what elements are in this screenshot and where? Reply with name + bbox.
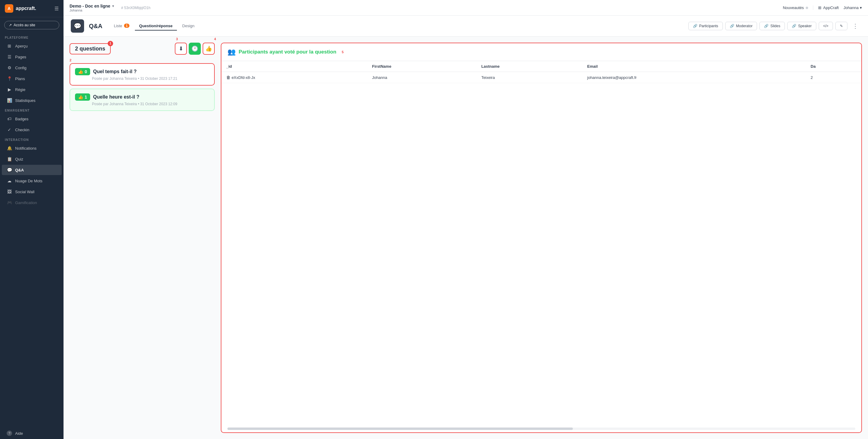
download-icon: ⬇: [179, 45, 183, 52]
topbar-subtitle: Johanna: [69, 8, 114, 12]
left-column: 2 questions 1 3 4 ⬇ 🕐 👍: [69, 43, 215, 433]
col-header-firstname: FirstName: [367, 61, 476, 72]
speaker-button[interactable]: 🔗 Speaker: [787, 22, 816, 30]
sidebar-item-gamification: 🎮 Gamification: [2, 197, 62, 208]
data-table: _id FirstName Lastname Email Da 🗑: [221, 61, 861, 83]
edit-button[interactable]: ✎: [835, 22, 847, 30]
sidebar-item-qna[interactable]: 💬 Q&A: [2, 165, 62, 175]
sidebar-item-checkin[interactable]: ✓ Checkin: [2, 125, 62, 135]
menu-toggle-icon[interactable]: ☰: [55, 6, 59, 11]
speaker-link-icon: 🔗: [792, 24, 796, 28]
topbar: Demo - Doc en ligne ▾ Johanna # 53nX0Mbj…: [63, 0, 868, 16]
qna-icon: 💬: [7, 167, 12, 173]
sidebar-item-quiz[interactable]: 📋 Quiz: [2, 154, 62, 164]
clock-icon: 🕐: [191, 45, 198, 52]
cell-delete: 🗑 eXxDfd-x8-Jx: [221, 72, 367, 83]
pages-icon: ☰: [7, 55, 12, 59]
nouveautes-dot: [806, 7, 808, 9]
apercu-icon: ⊞: [7, 43, 12, 49]
sidebar-item-plans[interactable]: 📍 Plans: [2, 73, 62, 84]
question-2-top: 👍 1 Quelle heure est-il ?: [75, 93, 209, 101]
thumbsup-btn[interactable]: 👍: [203, 43, 215, 55]
widget-tabs: Liste 1 Question/réponse Design: [110, 22, 199, 31]
question-1-top: 👍 0 Quel temps fait-il ?: [75, 68, 209, 75]
moderator-button[interactable]: 🔗 Moderator: [725, 22, 757, 30]
annotation-5-label: 5: [342, 50, 344, 54]
slides-button[interactable]: 🔗 Slides: [760, 22, 785, 30]
section-emargement-label: EMARGEMENT: [0, 106, 63, 114]
thumbsup-q1-icon: 👍: [78, 69, 83, 74]
col-header-date: Da: [806, 61, 861, 72]
thumbsup-q2-icon: 👍: [78, 95, 83, 99]
sidebar-item-pages[interactable]: ☰ Pages: [2, 52, 62, 62]
sidebar-item-aide[interactable]: ? Aide: [2, 428, 62, 439]
main-content: Demo - Doc en ligne ▾ Johanna # 53nX0Mbj…: [63, 0, 868, 439]
question-card-1[interactable]: 👍 0 Quel temps fait-il ? Posée par Johan…: [69, 63, 215, 86]
sidebar-item-apercu[interactable]: ⊞ Aperçu: [2, 41, 62, 51]
delete-row-icon[interactable]: 🗑: [226, 75, 230, 80]
widget-header-actions: 🔗 Participants 🔗 Moderator 🔗 Slides 🔗 Sp…: [688, 21, 861, 31]
more-options-icon[interactable]: ⋮: [850, 21, 861, 31]
cell-lastname: Teixeira: [476, 72, 582, 83]
right-panel-header: 👥 Participants ayant voté pour la questi…: [221, 43, 861, 61]
question-text-1: Quel temps fait-il ?: [93, 69, 137, 74]
gamification-icon: 🎮: [7, 200, 12, 205]
tab-question-reponse[interactable]: Question/réponse: [135, 22, 177, 31]
section-interaction-label: INTERACTION: [0, 135, 63, 143]
access-site-button[interactable]: ↗ Accès au site: [4, 21, 59, 29]
col-header-lastname: Lastname: [476, 61, 582, 72]
sidebar-item-regie[interactable]: ▶ Régie: [2, 84, 62, 95]
notifications-icon: 🔔: [7, 146, 12, 151]
table-scroll-indicator[interactable]: [227, 428, 855, 430]
sidebar-header: A appcraft. ☰: [0, 0, 63, 17]
topbar-hash: # 53nX0MbjqIO1h: [121, 6, 151, 10]
tab-liste-badge: 1: [124, 24, 129, 28]
tab-design[interactable]: Design: [178, 22, 199, 31]
cell-id: eXxDfd-x8-Jx: [232, 75, 255, 80]
topbar-project-name: Demo - Doc en ligne: [69, 4, 111, 8]
regie-icon: ▶: [7, 87, 12, 92]
vote-btn-1[interactable]: 👍 0: [75, 68, 90, 75]
content-area: 💬 Q&A Liste 1 Question/réponse Design 🔗 …: [63, 16, 868, 439]
clock-btn[interactable]: 🕐: [189, 43, 201, 55]
right-panel-title: Participants ayant voté pour la question: [239, 49, 336, 55]
user-menu[interactable]: Johanna ▾: [843, 5, 862, 10]
participants-group-icon: 👥: [227, 48, 236, 56]
sidebar-item-nuage-de-mots[interactable]: ☁ Nuage De Mots: [2, 176, 62, 186]
questions-header: 2 questions 1 3 4 ⬇ 🕐 👍: [69, 43, 215, 55]
cell-date: 2: [806, 72, 861, 83]
sidebar-item-badges[interactable]: 🏷 Badges: [2, 114, 62, 124]
code-button[interactable]: </>: [819, 22, 833, 30]
topbar-project: Demo - Doc en ligne ▾ Johanna: [69, 4, 114, 12]
nouveautes-section[interactable]: Nouveautés: [783, 5, 808, 10]
participants-link-icon: 🔗: [693, 24, 698, 28]
sidebar-item-config[interactable]: ⚙ Config: [2, 63, 62, 73]
sidebar-item-notifications[interactable]: 🔔 Notifications: [2, 143, 62, 153]
participants-table: _id FirstName Lastname Email Da 🗑: [221, 61, 861, 425]
user-chevron-icon: ▾: [860, 5, 862, 10]
vote-btn-2[interactable]: 👍 1: [75, 93, 90, 101]
question-card-2[interactable]: 👍 1 Quelle heure est-il ? Posée par Joha…: [69, 89, 215, 111]
question-meta-2: Posée par Johanna Teixeira • 31 October …: [92, 102, 209, 106]
sidebar-item-statistiques[interactable]: 📊 Statistiques: [2, 95, 62, 105]
sidebar-item-social-wall[interactable]: 🖼 Social Wall: [2, 187, 62, 197]
sidebar: A appcraft. ☰ ↗ Accès au site PLATEFORME…: [0, 0, 63, 439]
sidebar-logo: A appcraft.: [5, 4, 36, 13]
moderator-link-icon: 🔗: [730, 24, 734, 28]
cell-email: johanna.teixeira@appcraft.fr: [583, 72, 806, 83]
questions-count-box: 2 questions 1: [69, 43, 111, 55]
participants-button[interactable]: 🔗 Participants: [688, 22, 723, 30]
main-panel: 2 questions 1 3 4 ⬇ 🕐 👍: [63, 37, 868, 439]
topbar-right: Nouveautés ⊞ AppCraft Johanna ▾: [783, 5, 862, 10]
tab-liste[interactable]: Liste 1: [110, 22, 134, 31]
thumbsup-icon: 👍: [205, 45, 212, 52]
topbar-dropdown-btn[interactable]: ▾: [112, 4, 114, 8]
cell-firstname: Johanna: [367, 72, 476, 83]
quiz-icon: 📋: [7, 157, 12, 161]
widget-header: 💬 Q&A Liste 1 Question/réponse Design 🔗 …: [63, 16, 868, 37]
plans-icon: 📍: [7, 76, 12, 81]
slides-link-icon: 🔗: [764, 24, 769, 28]
social-wall-icon: 🖼: [7, 189, 12, 194]
download-btn[interactable]: ⬇: [175, 43, 187, 55]
annotation-1: 1: [108, 41, 113, 46]
